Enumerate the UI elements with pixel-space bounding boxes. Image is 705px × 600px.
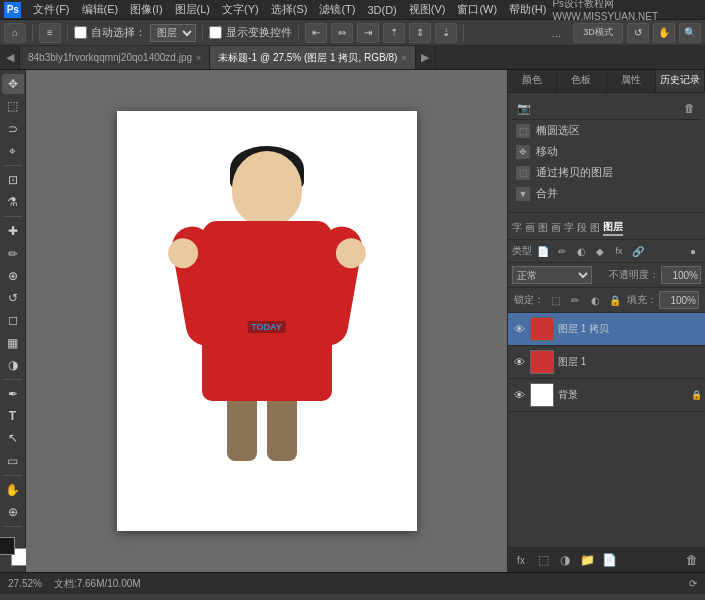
- show-transform-checkbox[interactable]: [209, 26, 222, 39]
- layer-adjustment-btn[interactable]: ◑: [556, 551, 574, 569]
- lasso-tool[interactable]: ⊃: [2, 118, 24, 138]
- fill-input[interactable]: [659, 291, 699, 309]
- filter-pixel-btn[interactable]: 📄: [535, 243, 551, 259]
- healing-tool[interactable]: ✚: [2, 221, 24, 241]
- tab-close-1[interactable]: ×: [196, 53, 201, 63]
- layer-row-0[interactable]: 👁 图层 1 拷贝: [508, 313, 705, 346]
- home-button[interactable]: ⌂: [4, 23, 26, 43]
- align-left-button[interactable]: ⇤: [305, 23, 327, 43]
- menu-text[interactable]: 文字(Y): [216, 1, 265, 18]
- layers-tab-paragraph[interactable]: 段: [577, 221, 587, 235]
- rotate-button[interactable]: ↺: [627, 23, 649, 43]
- marquee-tool[interactable]: ⬚: [2, 96, 24, 116]
- history-item-2[interactable]: ✥ 移动: [512, 141, 701, 162]
- eyedropper-tool[interactable]: ⚗: [2, 192, 24, 212]
- rpanel-tab-color[interactable]: 颜色: [508, 70, 557, 92]
- rpanel-tab-history[interactable]: 历史记录: [656, 70, 705, 92]
- toolbar-more-button[interactable]: ...: [552, 27, 561, 39]
- filter-smart-btn[interactable]: fx: [611, 243, 627, 259]
- brush-tool[interactable]: ✏: [2, 243, 24, 263]
- zoom-tool[interactable]: ⊕: [2, 502, 24, 522]
- align-center-v-button[interactable]: ⇕: [409, 23, 431, 43]
- filter-link-btn[interactable]: 🔗: [630, 243, 646, 259]
- layer-fx-btn[interactable]: fx: [512, 551, 530, 569]
- tab-scroll-left[interactable]: ◀: [0, 46, 20, 69]
- menu-filter[interactable]: 滤镜(T): [313, 1, 361, 18]
- layers-tab-char[interactable]: 字: [512, 221, 522, 235]
- layer-row-2[interactable]: 👁 背景 🔒: [508, 379, 705, 412]
- filter-adjust-btn[interactable]: ✏: [554, 243, 570, 259]
- rpanel-tab-properties[interactable]: 属性: [607, 70, 656, 92]
- tab-file-1[interactable]: 84b3bly1frvorkqqmnj20qo1400zd.jpg ×: [20, 46, 210, 69]
- history-item-3[interactable]: ⬚ 通过拷贝的图层: [512, 162, 701, 183]
- lock-all-btn[interactable]: 🔒: [607, 292, 623, 308]
- menu-select[interactable]: 选择(S): [265, 1, 314, 18]
- hand-3d-button[interactable]: ✋: [653, 23, 675, 43]
- blend-mode-select[interactable]: 正常: [512, 266, 592, 284]
- align-top-button[interactable]: ⇡: [383, 23, 405, 43]
- layer-row-1[interactable]: 👁 图层 1: [508, 346, 705, 379]
- lock-position-btn[interactable]: ◐: [587, 292, 603, 308]
- history-snapshot-btn[interactable]: 📷: [516, 100, 532, 116]
- layers-tab-paths[interactable]: 图: [538, 221, 548, 235]
- lock-image-btn[interactable]: ✏: [567, 292, 583, 308]
- path-select-tool[interactable]: ↖: [2, 428, 24, 448]
- shape-tool[interactable]: ▭: [2, 451, 24, 471]
- align-bottom-button[interactable]: ⇣: [435, 23, 457, 43]
- history-brush-tool[interactable]: ↺: [2, 288, 24, 308]
- eraser-tool[interactable]: ◻: [2, 310, 24, 330]
- layer-mask-btn[interactable]: ⬚: [534, 551, 552, 569]
- layer-new-btn[interactable]: 📄: [600, 551, 618, 569]
- history-item-1[interactable]: ⬚ 椭圆选区: [512, 120, 701, 141]
- menu-layer[interactable]: 图层(L): [169, 1, 216, 18]
- zoom-3d-button[interactable]: 🔍: [679, 23, 701, 43]
- 3d-mode-button[interactable]: 3D模式: [573, 23, 623, 43]
- history-item-4[interactable]: ▼ 合并: [512, 183, 701, 204]
- gradient-tool[interactable]: ▦: [2, 332, 24, 352]
- layer-group-btn[interactable]: 📁: [578, 551, 596, 569]
- filter-shape-btn[interactable]: ◆: [592, 243, 608, 259]
- auto-select-checkbox[interactable]: [74, 26, 87, 39]
- tab-scroll-right[interactable]: ▶: [416, 46, 436, 69]
- canvas-area[interactable]: TODAY: [26, 70, 507, 572]
- hand-tool[interactable]: ✋: [2, 480, 24, 500]
- tab-file-2[interactable]: 未标题-1 @ 27.5% (图层 1 拷贝, RGB/8) ×: [210, 46, 415, 69]
- layer-visibility-0[interactable]: 👁: [512, 322, 526, 336]
- right-hand: [333, 236, 368, 271]
- foreground-color-swatch[interactable]: [0, 537, 15, 555]
- pen-tool[interactable]: ✒: [2, 384, 24, 404]
- history-delete-btn[interactable]: 🗑: [681, 100, 697, 116]
- move-tool[interactable]: ✥: [2, 74, 24, 94]
- menu-view[interactable]: 视图(V): [403, 1, 452, 18]
- rpanel-tab-swatches[interactable]: 色板: [557, 70, 606, 92]
- tab-close-2[interactable]: ×: [401, 53, 406, 63]
- layers-tab-info[interactable]: 图: [590, 221, 600, 235]
- layout-button[interactable]: ≡: [39, 23, 61, 43]
- align-center-h-button[interactable]: ⇔: [331, 23, 353, 43]
- clone-tool[interactable]: ⊕: [2, 266, 24, 286]
- align-right-button[interactable]: ⇥: [357, 23, 379, 43]
- crop-tool[interactable]: ⊡: [2, 170, 24, 190]
- right-leg: [267, 401, 297, 461]
- dodge-tool[interactable]: ◑: [2, 355, 24, 375]
- menu-edit[interactable]: 编辑(E): [76, 1, 125, 18]
- quick-select-tool[interactable]: ⌖: [2, 141, 24, 161]
- type-tool[interactable]: T: [2, 406, 24, 426]
- filter-type-btn[interactable]: ◐: [573, 243, 589, 259]
- menu-window[interactable]: 窗口(W): [451, 1, 503, 18]
- layer-select[interactable]: 图层: [150, 24, 196, 42]
- layers-tab-paint[interactable]: 画: [525, 221, 535, 235]
- lock-transparent-btn[interactable]: ⬚: [547, 292, 563, 308]
- layers-tab-channels[interactable]: 画: [551, 221, 561, 235]
- menu-help[interactable]: 帮助(H): [503, 1, 552, 18]
- layer-visibility-2[interactable]: 👁: [512, 388, 526, 402]
- layer-delete-btn[interactable]: 🗑: [683, 551, 701, 569]
- menu-image[interactable]: 图像(I): [124, 1, 168, 18]
- layer-visibility-1[interactable]: 👁: [512, 355, 526, 369]
- menu-3d[interactable]: 3D(D): [361, 3, 402, 17]
- menu-file[interactable]: 文件(F): [27, 1, 75, 18]
- layers-tab-layers[interactable]: 图层: [603, 220, 623, 236]
- opacity-input[interactable]: [661, 266, 701, 284]
- filter-toggle-btn[interactable]: ●: [685, 243, 701, 259]
- layers-tab-type[interactable]: 字: [564, 221, 574, 235]
